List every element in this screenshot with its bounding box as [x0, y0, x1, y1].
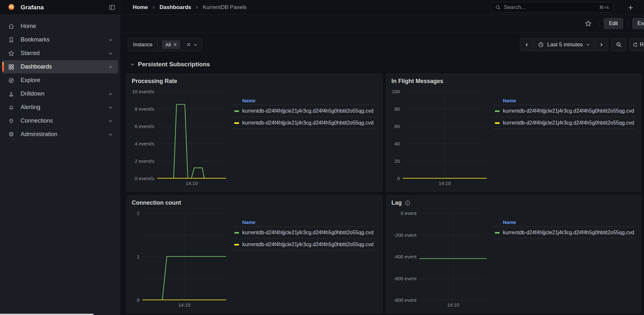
- refresh-group: Refresh: [629, 38, 644, 51]
- brand-name: Grafana: [21, 4, 44, 11]
- legend-name-header[interactable]: Name: [242, 219, 255, 225]
- series-name: kurrentdb-d24f4hljjcle21j4r3cg.d24f4h5g0…: [242, 108, 373, 114]
- zoom-out-group: [611, 38, 626, 51]
- y-axis-tick: 60: [394, 124, 400, 129]
- info-icon[interactable]: [405, 200, 410, 206]
- time-shift-forward-button[interactable]: [595, 38, 608, 51]
- sidebar-item-explore[interactable]: Explore: [2, 74, 118, 87]
- sidebar-item-alerting[interactable]: Alerting: [2, 101, 118, 114]
- y-axis-tick: 2: [137, 210, 139, 216]
- panel-processing-rate: Processing Rate 10 event/s 8 event/s 6 e…: [126, 74, 382, 192]
- breadcrumb-home[interactable]: Home: [133, 4, 148, 11]
- dock-menu-icon[interactable]: [109, 4, 115, 11]
- y-axis-tick: -400 event: [394, 254, 417, 259]
- legend-table: Name kurrentdb-d24f4hljjcle21j4r3cg.d24f…: [232, 96, 377, 186]
- chevron-down-icon[interactable]: [108, 65, 113, 69]
- time-range-picker[interactable]: Last 5 minutes: [533, 38, 595, 51]
- legend-row[interactable]: kurrentdb-d24f4hljjcle21j4r3cg.d24f4h5g0…: [493, 117, 636, 129]
- plug-icon: [8, 118, 15, 124]
- chevron-down-icon[interactable]: [108, 132, 113, 137]
- y-axis: 10 event/s 8 event/s 6 event/s 4 event/s…: [129, 91, 158, 178]
- zoom-out-button[interactable]: [611, 38, 626, 51]
- y-axis-tick: 80: [394, 106, 400, 112]
- panel-header[interactable]: Connection count: [127, 196, 382, 208]
- dashboards-grid-icon: [8, 64, 15, 70]
- legend-name-header[interactable]: Name: [503, 98, 516, 103]
- chevron-down-icon[interactable]: [193, 42, 198, 47]
- clock-icon: [538, 42, 544, 48]
- time-series-chart: 0 event -200 event -400 event -600 event…: [389, 213, 486, 308]
- add-new-icon[interactable]: +: [628, 3, 633, 12]
- panel-title: Processing Rate: [132, 78, 177, 85]
- time-series-chart: 100 80 60 40 20 0 14:10: [389, 91, 486, 186]
- legend-name-header[interactable]: Name: [503, 219, 516, 225]
- sidebar-item-home[interactable]: Home: [2, 20, 118, 33]
- panel-header[interactable]: In Flight Messages: [386, 74, 641, 87]
- legend-row[interactable]: kurrentdb-d24f4hljjcle21j4r3cg.d24f4h5g0…: [232, 117, 377, 129]
- panel-lag: Lag 0 event -200 event -400 event -600 e…: [386, 195, 641, 313]
- sidebar-item-bookmarks[interactable]: Bookmarks: [2, 33, 118, 46]
- legend-row[interactable]: kurrentdb-d24f4hljjcle21j4r3cg.d24f4h5g0…: [232, 239, 377, 251]
- refresh-button[interactable]: Refresh: [630, 38, 644, 51]
- y-axis-tick: 40: [394, 141, 400, 146]
- sidebar-item-label: Home: [21, 23, 36, 30]
- search-input[interactable]: Search... ⌘+k: [491, 2, 613, 13]
- favorite-star-icon[interactable]: [585, 20, 592, 27]
- chevron-right-icon: [152, 5, 156, 9]
- y-axis-tick: 1: [137, 254, 139, 259]
- time-series-chart: 2 1 0 14:10: [129, 213, 226, 308]
- remove-value-icon[interactable]: [173, 43, 177, 46]
- dashboard-toolbar: Instance All: [120, 38, 644, 51]
- series-name: kurrentdb-d24f4hljjcle21j4r3cg.d24f4h5g0…: [503, 230, 634, 236]
- legend-name-header[interactable]: Name: [242, 98, 255, 103]
- chevron-down-icon[interactable]: [108, 119, 113, 123]
- y-axis: 2 1 0: [129, 213, 143, 300]
- bookmark-icon: [8, 37, 15, 43]
- panel-header[interactable]: Lag: [386, 196, 641, 208]
- grafana-logo-icon[interactable]: [7, 3, 15, 12]
- panel-title: In Flight Messages: [391, 78, 443, 85]
- filter-value: All: [165, 42, 171, 47]
- export-button[interactable]: Export: [632, 18, 644, 29]
- breadcrumb-dashboards[interactable]: Dashboards: [159, 4, 191, 11]
- legend-row[interactable]: kurrentdb-d24f4hljjcle21j4r3cg.d24f4h5g0…: [232, 105, 377, 117]
- collapse-chevron-icon[interactable]: [130, 62, 135, 67]
- divider: [599, 19, 599, 28]
- compass-icon: [8, 77, 15, 84]
- plot-area[interactable]: [403, 91, 486, 178]
- time-shift-back-button[interactable]: [520, 38, 533, 51]
- sidebar-item-administration[interactable]: ⚙ Administration: [2, 128, 118, 141]
- sidebar-item-connections[interactable]: Connections: [2, 114, 118, 127]
- sidebar-item-starred[interactable]: Starred: [2, 47, 118, 60]
- series-name: kurrentdb-d24f4hljjcle21j4r3cg.d24f4h5g0…: [242, 120, 373, 126]
- sidebar-item-drilldown[interactable]: Drilldown: [2, 87, 118, 100]
- chevron-down-icon[interactable]: [108, 51, 113, 56]
- legend-row[interactable]: kurrentdb-d24f4hljjcle21j4r3cg.d24f4h5g0…: [232, 227, 377, 239]
- legend-table: Name kurrentdb-d24f4hljjcle21j4r3cg.d24f…: [493, 96, 636, 186]
- time-range-label: Last 5 minutes: [547, 42, 583, 48]
- row-persistent-subscriptions[interactable]: Persistent Subscriptions: [130, 60, 644, 69]
- chevron-down-icon[interactable]: [108, 92, 113, 96]
- chevron-down-icon[interactable]: [108, 105, 113, 110]
- legend-row[interactable]: kurrentdb-d24f4hljjcle21j4r3cg.d24f4h5g0…: [493, 105, 636, 117]
- home-icon: [8, 23, 15, 30]
- instance-filter[interactable]: Instance All: [128, 38, 202, 51]
- legend-row[interactable]: kurrentdb-d24f4hljjcle21j4r3cg.d24f4h5g0…: [493, 227, 636, 239]
- legend-table: Name kurrentdb-d24f4hljjcle21j4r3cg.d24f…: [493, 218, 636, 308]
- plot-area[interactable]: [143, 213, 226, 300]
- panel-header[interactable]: Processing Rate: [127, 74, 382, 87]
- edit-button[interactable]: Edit: [604, 18, 623, 29]
- filter-value-chip[interactable]: All: [162, 40, 180, 49]
- clear-filter-icon[interactable]: [187, 42, 191, 47]
- y-axis-tick: 0 event: [401, 210, 417, 216]
- sidebar-item-dashboards[interactable]: Dashboards: [2, 60, 118, 73]
- time-range-group: Last 5 minutes: [520, 38, 608, 51]
- sidebar-item-label: Connections: [21, 117, 53, 124]
- y-axis-tick: 8 event/s: [135, 106, 154, 112]
- zoom-out-icon: [616, 42, 622, 48]
- panels-grid: Processing Rate 10 event/s 8 event/s 6 e…: [126, 74, 644, 313]
- y-axis-tick: 0: [397, 176, 400, 181]
- chevron-down-icon[interactable]: [108, 38, 113, 42]
- plot-area[interactable]: [420, 213, 486, 300]
- plot-area[interactable]: [158, 91, 226, 178]
